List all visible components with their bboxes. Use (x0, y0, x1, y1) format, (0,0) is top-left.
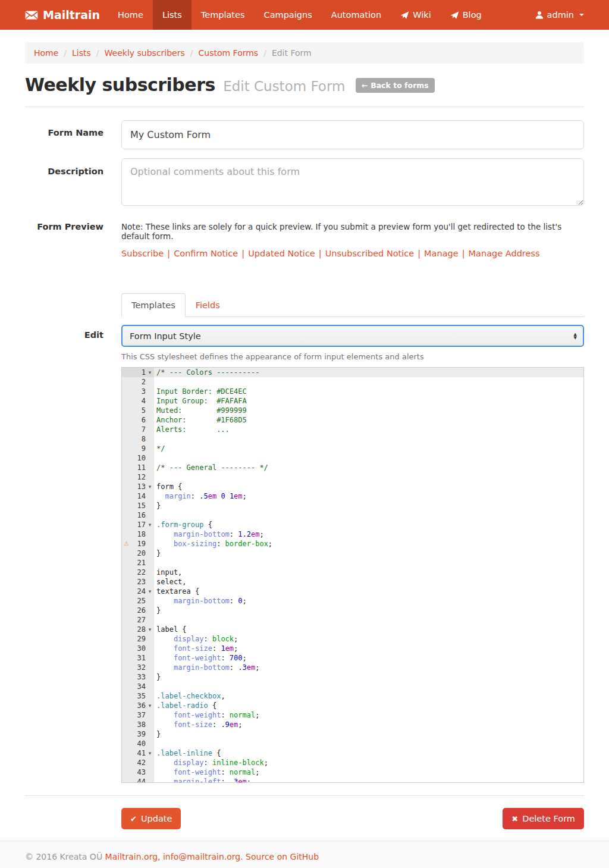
code-line-text[interactable]: } (154, 549, 583, 558)
line-number: 34 (137, 682, 146, 691)
line-number: 24 (137, 587, 146, 596)
preview-note: Note: These links are solely for a quick… (121, 221, 584, 241)
code-line-text[interactable]: font-weight: normal; (154, 710, 583, 720)
code-line-text[interactable]: input, (154, 568, 583, 577)
code-line-text[interactable]: } (154, 672, 583, 682)
delete-form-button[interactable]: ✖ Delete Form (503, 808, 584, 829)
line-number: 14 (137, 491, 146, 501)
user-menu[interactable]: admin (535, 0, 584, 30)
nav-item-lists[interactable]: Lists (153, 0, 192, 30)
code-line-text[interactable]: */ (154, 444, 583, 453)
code-line-text[interactable] (154, 558, 583, 568)
code-line-text[interactable]: } (154, 606, 583, 615)
fold-toggle-icon[interactable]: ▾ (146, 701, 154, 710)
code-line-text[interactable] (154, 377, 583, 387)
code-line-text[interactable]: font-weight: normal; (154, 767, 583, 777)
code-line-text[interactable]: select, (154, 577, 583, 587)
code-line-text[interactable] (154, 434, 583, 444)
preview-link-manage[interactable]: Manage (424, 249, 459, 258)
fold-toggle-icon[interactable]: ▾ (146, 520, 154, 529)
breadcrumb-link-custom-forms[interactable]: Custom Forms (199, 48, 259, 58)
template-select[interactable]: Form Input Style ▲▼ (121, 325, 584, 347)
brand-label: Mailtrain (43, 8, 100, 21)
editor-gutter-cell: 21 (122, 558, 154, 568)
footer-link-mailtrain-org[interactable]: Mailtrain.org (105, 852, 158, 861)
fold-toggle-icon[interactable]: ▾ (146, 482, 154, 491)
code-line-text[interactable]: display: inline-block; (154, 758, 583, 767)
code-line-text[interactable]: Alerts: ... (154, 425, 583, 434)
preview-link-confirm-notice[interactable]: Confirm Notice (174, 249, 238, 258)
code-line-text[interactable]: margin-bottom: 0; (154, 596, 583, 606)
code-line-text[interactable]: .label-radio { (154, 701, 583, 710)
footer-link-info-mailtrain-org[interactable]: info@mailtrain.org (163, 852, 240, 861)
code-line-text[interactable]: Input Border: #DCE4EC (154, 387, 583, 396)
fold-toggle-icon[interactable]: ▾ (146, 368, 154, 377)
nav-item-home[interactable]: Home (108, 0, 153, 30)
code-line-text[interactable] (154, 682, 583, 691)
code-line-text[interactable]: Anchor: #1F68D5 (154, 415, 583, 425)
code-line-text[interactable]: .label-inline { (154, 748, 583, 758)
code-line-text[interactable] (154, 453, 583, 463)
fold-toggle-icon[interactable]: ▾ (146, 587, 154, 596)
preview-link-manage-address[interactable]: Manage Address (469, 249, 540, 258)
css-code-editor[interactable]: 1▾/* --- Colors ----------23Input Border… (121, 367, 584, 783)
code-line-text[interactable] (154, 472, 583, 482)
code-line-text[interactable]: margin-left: .3em; (154, 777, 583, 783)
preview-link-subscribe[interactable]: Subscribe (121, 249, 164, 258)
code-line-text[interactable]: font-size: 1em; (154, 644, 583, 653)
line-number: 40 (137, 739, 146, 748)
warning-icon: ⚠ (124, 539, 129, 549)
code-line-text[interactable] (154, 739, 583, 748)
form-name-input[interactable] (121, 120, 584, 149)
code-line-text[interactable]: box-sizing: border-box; (154, 539, 583, 549)
preview-link-unsubscribed-notice[interactable]: Unsubscribed Notice (325, 249, 415, 258)
code-line-text[interactable]: .label-checkbox, (154, 691, 583, 701)
nav-item-campaigns[interactable]: Campaigns (255, 0, 322, 30)
code-line-text[interactable]: margin-bottom: .3em; (154, 663, 583, 672)
back-arrow-icon: ← (362, 81, 368, 90)
code-line-text[interactable] (154, 510, 583, 520)
breadcrumb-link-lists[interactable]: Lists (72, 48, 91, 58)
code-line-text[interactable]: margin-bottom: 1.2em; (154, 529, 583, 539)
code-line-text[interactable]: } (154, 501, 583, 510)
tab-templates[interactable]: Templates (121, 293, 186, 317)
nav-item-automation[interactable]: Automation (322, 0, 391, 30)
fold-toggle-icon[interactable]: ▾ (146, 748, 154, 758)
code-line-text[interactable]: display: block; (154, 634, 583, 644)
code-line-text[interactable]: textarea { (154, 587, 583, 596)
breadcrumb-current: Edit Form (272, 48, 312, 58)
back-to-forms-button[interactable]: ← Back to forms (356, 78, 435, 93)
code-line-text[interactable] (154, 615, 583, 625)
editor-line: 35.label-checkbox, (122, 691, 583, 701)
code-line-text[interactable]: form { (154, 482, 583, 491)
description-textarea[interactable] (121, 158, 584, 206)
code-line-text[interactable]: font-size: .9em; (154, 720, 583, 729)
code-line-text[interactable]: .form-group { (154, 520, 583, 529)
code-line-text[interactable]: /* --- Colors ---------- (154, 368, 583, 377)
code-line-text[interactable]: /* --- General -------- */ (154, 463, 583, 472)
preview-link-updated-notice[interactable]: Updated Notice (248, 249, 315, 258)
tab-fields[interactable]: Fields (186, 293, 230, 317)
editor-gutter-cell: 39 (122, 729, 154, 739)
brand-link[interactable]: Mailtrain (25, 0, 100, 30)
editor-line: 37 font-weight: normal; (122, 710, 583, 720)
code-line-text[interactable]: Muted: #999999 (154, 406, 583, 415)
nav-item-templates[interactable]: Templates (192, 0, 255, 30)
editor-line: 25 margin-bottom: 0; (122, 596, 583, 606)
fold-toggle-icon[interactable]: ▾ (146, 625, 154, 634)
footer-link-source-on-github[interactable]: Source on GitHub (246, 852, 319, 861)
breadcrumb-link-home[interactable]: Home (34, 48, 58, 58)
code-line-text[interactable]: Input Group: #FAFAFA (154, 396, 583, 406)
nav-item-wiki[interactable]: Wiki (391, 0, 440, 30)
code-line-text[interactable]: margin: .5em 0 1em; (154, 491, 583, 501)
line-number: 31 (137, 653, 146, 663)
code-line-text[interactable]: font-weight: 700; (154, 653, 583, 663)
update-button[interactable]: ✔ Update (121, 808, 181, 829)
breadcrumb-link-weekly-subscribers[interactable]: Weekly subscribers (105, 48, 185, 58)
code-line-text[interactable]: } (154, 729, 583, 739)
line-number: 10 (137, 453, 146, 463)
code-line-text[interactable]: label { (154, 625, 583, 634)
nav-item-blog[interactable]: Blog (441, 0, 491, 30)
breadcrumb-separator: / (263, 48, 266, 58)
line-number: 33 (137, 672, 146, 682)
